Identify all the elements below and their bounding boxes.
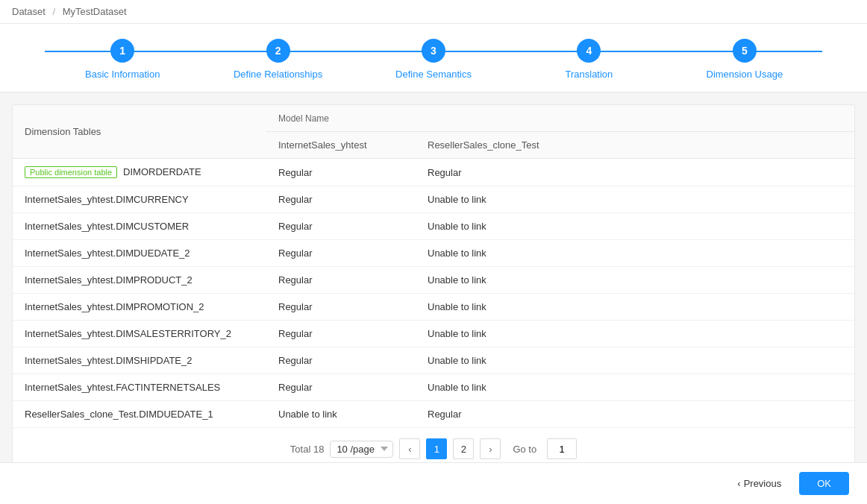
internet-cell-8: Regular xyxy=(266,374,416,401)
reseller-cell-7: Unable to link xyxy=(416,347,854,374)
col-internet-header: InternetSales_yhtest xyxy=(266,132,416,159)
internet-cell-7: Regular xyxy=(266,347,416,374)
table-row: InternetSales_yhtest.DIMCUSTOMERRegularU… xyxy=(13,213,854,240)
table-container: Dimension Tables Model Name InternetSale… xyxy=(12,104,855,470)
table-row: InternetSales_yhtest.DIMSALESTERRITORY_2… xyxy=(13,321,854,347)
reseller-cell-3: Unable to link xyxy=(416,240,854,267)
step-circle-3: 3 xyxy=(422,39,445,63)
internet-cell-2: Regular xyxy=(266,213,416,240)
dim-cell-8: InternetSales_yhtest.FACTINTERNETSALES xyxy=(13,374,266,401)
per-page-select[interactable]: 10 /page 20 /page 50 /page xyxy=(330,441,393,458)
reseller-cell-2: Unable to link xyxy=(416,213,854,240)
stepper: 1 Basic Information 2 Define Relationshi… xyxy=(45,39,822,80)
page-1-btn[interactable]: 1 xyxy=(426,438,447,459)
table-row: Public dimension tableDIMORDERDATERegula… xyxy=(13,159,854,186)
breadcrumb-parent[interactable]: Dataset xyxy=(12,6,46,17)
table-row: InternetSales_yhtest.FACTINTERNETSALESRe… xyxy=(13,374,854,401)
step-label-4: Translation xyxy=(566,69,613,80)
step-label-3: Define Semantics xyxy=(395,69,472,80)
col-reseller-header: ResellerSales_clone_Test xyxy=(416,132,854,159)
step-circle-1: 1 xyxy=(110,39,134,63)
step-4[interactable]: 4 Translation xyxy=(511,39,666,80)
ok-button[interactable]: OK xyxy=(799,472,849,482)
reseller-cell-8: Unable to link xyxy=(416,374,854,401)
internet-cell-1: Regular xyxy=(266,186,416,213)
internet-cell-4: Regular xyxy=(266,267,416,294)
step-label-2: Define Relationships xyxy=(234,69,322,80)
dim-cell-4: InternetSales_yhtest.DIMPRODUCT_2 xyxy=(13,267,266,294)
ok-label: OK xyxy=(817,478,831,482)
breadcrumb-current: MyTestDataset xyxy=(63,6,127,17)
step-3[interactable]: 3 Define Semantics xyxy=(356,39,511,80)
dim-cell-7: InternetSales_yhtest.DIMSHIPDATE_2 xyxy=(13,347,266,374)
dim-cell-9: ResellerSales_clone_Test.DIMDUEDATE_1 xyxy=(13,401,266,428)
internet-cell-3: Regular xyxy=(266,240,416,267)
col-dim-header: Dimension Tables xyxy=(13,105,266,159)
table-body: Public dimension tableDIMORDERDATERegula… xyxy=(13,159,854,428)
total-count: Total 18 xyxy=(290,444,325,455)
step-label-5: Dimension Usage xyxy=(707,69,783,80)
dimension-table: Dimension Tables Model Name InternetSale… xyxy=(13,105,854,427)
reseller-cell-6: Unable to link xyxy=(416,321,854,347)
breadcrumb-separator: / xyxy=(52,6,55,17)
chevron-left-icon: ‹ xyxy=(737,478,740,482)
dim-cell-1: InternetSales_yhtest.DIMCURRENCY xyxy=(13,186,266,213)
breadcrumb: Dataset / MyTestDataset xyxy=(0,0,867,24)
dim-cell-6: InternetSales_yhtest.DIMSALESTERRITORY_2 xyxy=(13,321,266,347)
table-row: ResellerSales_clone_Test.DIMDUEDATE_1Una… xyxy=(13,401,854,428)
goto-input[interactable] xyxy=(547,438,577,459)
public-dim-badge: Public dimension table xyxy=(25,166,117,178)
model-name-label: Model Name xyxy=(278,113,329,124)
previous-label: Previous xyxy=(744,478,782,482)
dim-cell-0: Public dimension tableDIMORDERDATE xyxy=(13,159,266,186)
table-row: InternetSales_yhtest.DIMPROMOTION_2Regul… xyxy=(13,294,854,321)
reseller-cell-5: Unable to link xyxy=(416,294,854,321)
prev-page-btn[interactable]: ‹ xyxy=(399,438,420,459)
table-row: InternetSales_yhtest.DIMSHIPDATE_2Regula… xyxy=(13,347,854,374)
internet-cell-9: Unable to link xyxy=(266,401,416,428)
reseller-cell-9: Regular xyxy=(416,401,854,428)
dim-cell-3: InternetSales_yhtest.DIMDUEDATE_2 xyxy=(13,240,266,267)
table-row: InternetSales_yhtest.DIMCURRENCYRegularU… xyxy=(13,186,854,213)
step-label-1: Basic Information xyxy=(85,69,160,80)
table-row: InternetSales_yhtest.DIMDUEDATE_2Regular… xyxy=(13,240,854,267)
step-circle-2: 2 xyxy=(266,39,290,63)
step-circle-4: 4 xyxy=(577,39,601,63)
reseller-cell-4: Unable to link xyxy=(416,267,854,294)
step-1[interactable]: 1 Basic Information xyxy=(45,39,200,80)
step-circle-5: 5 xyxy=(733,39,757,63)
step-2[interactable]: 2 Define Relationships xyxy=(200,39,355,80)
table-header-row-1: Dimension Tables Model Name xyxy=(13,105,854,132)
stepper-container: 1 Basic Information 2 Define Relationshi… xyxy=(0,24,867,92)
dim-cell-2: InternetSales_yhtest.DIMCUSTOMER xyxy=(13,213,266,240)
dim-cell-5: InternetSales_yhtest.DIMPROMOTION_2 xyxy=(13,294,266,321)
page-2-btn[interactable]: 2 xyxy=(453,438,474,459)
model-name-super-header: Model Name xyxy=(266,105,854,132)
footer-bar: ‹ Previous OK xyxy=(0,462,867,482)
previous-button[interactable]: ‹ Previous xyxy=(725,473,793,482)
step-5[interactable]: 5 Dimension Usage xyxy=(667,39,822,80)
next-page-btn[interactable]: › xyxy=(480,438,501,459)
goto-label: Go to xyxy=(513,444,536,455)
internet-cell-6: Regular xyxy=(266,321,416,347)
reseller-cell-1: Unable to link xyxy=(416,186,854,213)
main-content: Dimension Tables Model Name InternetSale… xyxy=(0,92,867,482)
reseller-cell-0: Regular xyxy=(416,159,854,186)
table-row: InternetSales_yhtest.DIMPRODUCT_2Regular… xyxy=(13,267,854,294)
internet-cell-0: Regular xyxy=(266,159,416,186)
internet-cell-5: Regular xyxy=(266,294,416,321)
